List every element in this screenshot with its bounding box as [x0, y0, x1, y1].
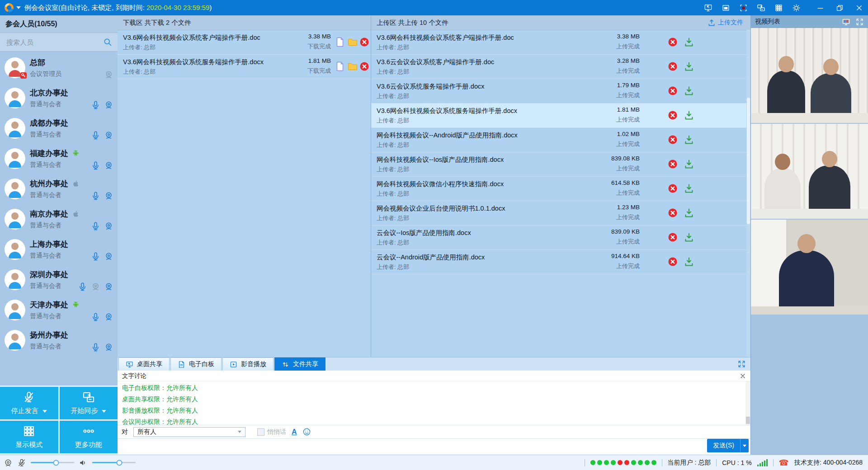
microphone-icon[interactable] [91, 252, 100, 261]
whisper-checkbox[interactable] [257, 428, 264, 436]
open-folder-icon[interactable] [347, 37, 358, 47]
participant-row[interactable]: 天津办事处 普通与会者 [0, 296, 118, 326]
chevron-down-icon[interactable] [16, 6, 21, 9]
sidebar-action-button[interactable]: 显示模式 [0, 421, 58, 453]
download-icon[interactable] [684, 183, 694, 194]
download-icon[interactable] [684, 207, 694, 218]
mic-volume-slider[interactable] [31, 462, 74, 463]
upload-file-row[interactable]: V3.6云会议会议系统客户端操作手册.doc 上传者: 总部 3.28 MB 上… [371, 55, 750, 79]
upload-file-row[interactable]: 网会科技视频会议微信小程序快速指南.docx 上传者: 总部 614.58 KB… [371, 177, 750, 201]
upload-file-row[interactable]: 云会议--Ios版产品使用指南.docx 上传者: 总部 839.09 KB 上… [371, 226, 750, 250]
camera-icon[interactable] [104, 312, 113, 322]
camera-icon[interactable] [104, 100, 113, 110]
tab[interactable]: 影音播放 [222, 357, 274, 371]
settings-gear-icon[interactable] [792, 4, 801, 12]
download-icon[interactable] [684, 159, 694, 169]
camera-icon[interactable] [104, 252, 113, 261]
scrollbar-thumb[interactable] [747, 98, 750, 224]
upload-file-row[interactable]: V3.6网会科技视频会议系统客户端操作手册.doc 上传者: 总部 3.38 M… [371, 30, 750, 55]
grid-icon[interactable] [774, 4, 783, 12]
open-file-icon[interactable] [335, 37, 345, 47]
delete-icon[interactable] [667, 134, 678, 145]
minimize-icon[interactable] [816, 4, 825, 12]
send-button[interactable]: 发送(S) [707, 439, 749, 452]
microphone-icon[interactable] [91, 100, 100, 110]
close-icon[interactable] [740, 373, 746, 379]
tab[interactable]: 电子白板 [170, 357, 222, 371]
app-logo-icon[interactable] [5, 3, 14, 12]
download-file-row[interactable]: V3.6网会科技视频会议系统服务端操作手册.docx 上传者: 总部 1.81 … [118, 55, 371, 79]
send-options-caret[interactable] [740, 439, 749, 452]
upload-file-row[interactable]: 网会科技视频会议--Android版产品使用指南.docx 上传者: 总部 1.… [371, 128, 750, 152]
participant-row[interactable]: 扬州办事处 普通与会者 [0, 326, 118, 356]
slider-thumb[interactable] [117, 460, 123, 465]
delete-icon[interactable] [667, 159, 678, 169]
delete-icon[interactable] [667, 85, 678, 96]
whisper-option[interactable]: 悄悄话 [257, 428, 286, 436]
delete-icon[interactable] [667, 37, 678, 47]
video-thumbnail[interactable] [751, 28, 868, 123]
download-icon[interactable] [684, 85, 694, 96]
video-thumbnail[interactable] [751, 124, 868, 219]
participant-row[interactable]: 深圳办事处 普通与会者 [0, 265, 118, 296]
close-icon[interactable] [855, 4, 863, 12]
microphone-icon[interactable] [91, 191, 100, 201]
split-screen-icon[interactable] [842, 18, 850, 26]
delete-icon[interactable] [667, 207, 678, 218]
download-icon[interactable] [684, 256, 694, 267]
delete-icon[interactable] [667, 256, 678, 267]
tab[interactable]: 桌面共享 [118, 357, 170, 371]
upload-file-link[interactable]: 上传文件 [708, 19, 743, 27]
upload-file-row[interactable]: V3.6云会议系统服务端操作手册.docx 上传者: 总部 1.79 MB 上传… [371, 79, 750, 103]
scrollbar[interactable] [745, 381, 750, 425]
participant-row[interactable]: 上海办事处 普通与会者 [0, 235, 118, 265]
participant-row[interactable]: 北京办事处 普通与会者 [0, 84, 118, 114]
recipient-select[interactable]: 所有人 [133, 427, 245, 437]
sync-icon[interactable] [757, 4, 765, 12]
delete-icon[interactable] [667, 232, 678, 243]
microphone-icon[interactable] [78, 282, 87, 291]
font-style-icon[interactable]: A [292, 428, 297, 436]
delete-icon[interactable] [359, 61, 370, 72]
microphone-icon[interactable] [91, 343, 100, 352]
expand-icon[interactable] [737, 360, 746, 368]
camera-icon[interactable] [104, 191, 113, 201]
upload-file-row[interactable]: V3.6网会科技视频会议系统服务端操作手册.docx 上传者: 总部 1.81 … [371, 103, 750, 128]
microphone-muted-icon[interactable] [17, 458, 26, 467]
search-icon[interactable] [103, 38, 112, 47]
send-button-label[interactable]: 发送(S) [707, 439, 740, 452]
tab[interactable]: 文件共享 [274, 357, 326, 371]
upload-file-row[interactable]: 云会议--Android版产品使用指南.docx 上传者: 总部 914.64 … [371, 250, 750, 274]
camera-icon[interactable] [104, 282, 113, 291]
scrollbar-thumb[interactable] [746, 417, 750, 424]
slider-thumb[interactable] [53, 460, 59, 465]
open-folder-icon[interactable] [347, 61, 358, 72]
open-file-icon[interactable] [335, 61, 345, 72]
upload-file-row[interactable]: 网会视频会议企业后台使用说明书1.0.1.docx 上传者: 总部 1.23 M… [371, 201, 750, 226]
microphone-icon[interactable] [91, 131, 100, 140]
download-file-row[interactable]: V3.6网会科技视频会议系统客户端操作手册.doc 上传者: 总部 3.38 M… [118, 30, 371, 55]
participant-row[interactable]: 杭州办事处 普通与会者 [0, 174, 118, 205]
camera-disabled-icon[interactable] [104, 70, 113, 80]
download-icon[interactable] [684, 232, 694, 243]
sidebar-action-button[interactable]: 开始同步 [60, 387, 118, 419]
expand-icon[interactable] [855, 18, 864, 26]
microphone-icon[interactable] [91, 312, 100, 322]
participant-row[interactable]: 成都办事处 普通与会者 [0, 114, 118, 144]
restore-icon[interactable] [835, 4, 844, 12]
delete-icon[interactable] [667, 110, 678, 121]
camera-icon[interactable] [104, 221, 113, 231]
participant-row[interactable]: 南京办事处 普通与会者 [0, 205, 118, 235]
video-thumbnail[interactable] [751, 220, 868, 315]
screen-share-icon[interactable] [704, 4, 712, 12]
download-icon[interactable] [684, 110, 694, 121]
scrollbar[interactable] [746, 30, 750, 357]
participant-row[interactable]: 总部 会议管理员 [0, 53, 118, 84]
participant-row[interactable]: 福建办事处 普通与会者 [0, 144, 118, 174]
camera-icon[interactable] [104, 161, 113, 170]
window-mode-icon[interactable] [722, 4, 730, 12]
delete-icon[interactable] [667, 61, 678, 72]
delete-icon[interactable] [359, 37, 370, 47]
sidebar-action-button[interactable]: 停止发言 [0, 387, 58, 419]
microphone-icon[interactable] [91, 221, 100, 231]
